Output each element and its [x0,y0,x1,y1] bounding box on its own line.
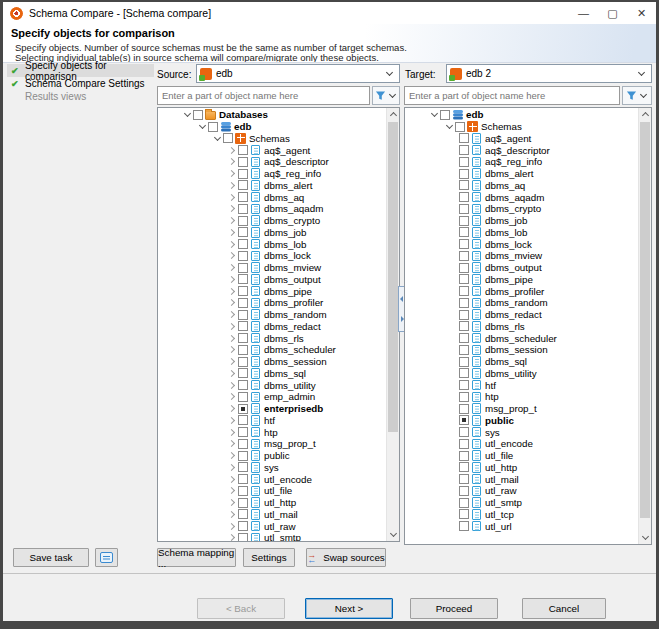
target-connection-select[interactable]: edb 2 [446,64,652,83]
wizard-step-specify-objects-for-comparison[interactable]: ✔Specify objects for comparison [7,64,154,77]
chevron-collapsed-icon[interactable] [227,356,238,367]
checkbox[interactable] [459,357,469,367]
chevron-collapsed-icon[interactable] [227,309,238,320]
tree-node-dbms_output[interactable]: dbms_output [158,274,386,286]
tree-node-edb[interactable]: edb [405,109,638,121]
chevron-collapsed-icon[interactable] [227,474,238,485]
checkbox[interactable] [459,474,469,484]
tree-node-dbms_random[interactable]: dbms_random [158,309,386,321]
checkbox[interactable] [193,110,203,120]
wizard-step-results-views[interactable]: ✔Results views [7,90,154,103]
checkbox[interactable] [459,251,469,261]
chevron-collapsed-icon[interactable] [227,239,238,250]
scroll-up-icon[interactable] [639,108,651,121]
checkbox[interactable] [238,145,248,155]
tree-node-sys[interactable]: sys [158,462,386,474]
tree-node-dbms_scheduler[interactable]: dbms_scheduler [158,344,386,356]
chevron-collapsed-icon[interactable] [227,415,238,426]
target-tree-scrollbar[interactable] [638,108,651,544]
checkbox[interactable] [459,133,469,143]
save-task-button[interactable]: Save task [13,548,89,567]
chevron-collapsed-icon[interactable] [227,168,238,179]
tree-node-Databases[interactable]: Databases [158,109,386,121]
chevron-collapsed-icon[interactable] [227,344,238,355]
tree-node-dbms_job[interactable]: dbms_job [158,227,386,239]
tree-node-aq$_agent[interactable]: aq$_agent [405,133,638,145]
source-filter-button[interactable] [372,86,400,105]
tree-node-emp_admin[interactable]: emp_admin [158,391,386,403]
tree-node-enterprisedb[interactable]: enterprisedb [158,403,386,415]
maximize-icon[interactable]: ▢ [598,2,627,24]
checkbox[interactable] [238,474,248,484]
checkbox[interactable] [238,427,248,437]
chevron-collapsed-icon[interactable] [227,215,238,226]
tree-node-dbms_alert[interactable]: dbms_alert [158,180,386,192]
checkbox[interactable] [238,486,248,496]
tree-node-dbms_crypto[interactable]: dbms_crypto [405,203,638,215]
tree-node-htp[interactable]: htp [405,391,638,403]
checkbox[interactable] [238,310,248,320]
tree-node-dbms_lob[interactable]: dbms_lob [158,238,386,250]
checkbox[interactable] [459,368,469,378]
checkbox[interactable] [440,110,450,120]
checkbox[interactable] [238,404,248,414]
checkbox[interactable] [459,286,469,296]
minimize-icon[interactable]: — [569,2,598,24]
scroll-down-icon[interactable] [639,531,651,544]
tree-node-dbms_pipe[interactable]: dbms_pipe [405,274,638,286]
settings-button[interactable]: Settings [243,548,295,567]
target-filter-button[interactable] [622,86,652,105]
proceed-button[interactable]: Proceed [410,598,498,619]
tree-node-utl_smtp[interactable]: utl_smtp [405,497,638,509]
tree-node-utl_raw[interactable]: utl_raw [405,485,638,497]
chevron-collapsed-icon[interactable] [227,427,238,438]
checkbox[interactable] [459,427,469,437]
checkbox[interactable] [459,310,469,320]
tree-node-utl_file[interactable]: utl_file [405,450,638,462]
checkbox[interactable] [238,357,248,367]
tree-node-dbms_pipe[interactable]: dbms_pipe [158,285,386,297]
chevron-collapsed-icon[interactable] [227,297,238,308]
tree-node-utl_raw[interactable]: utl_raw [158,520,386,532]
tree-node-dbms_job[interactable]: dbms_job [405,215,638,227]
checkbox[interactable] [459,521,469,531]
checkbox[interactable] [238,157,248,167]
tree-node-utl_file[interactable]: utl_file [158,485,386,497]
chevron-collapsed-icon[interactable] [227,333,238,344]
tree-node-dbms_lock[interactable]: dbms_lock [405,238,638,250]
tree-node-dbms_lob[interactable]: dbms_lob [405,227,638,239]
schema-mapping-button[interactable]: Schema mapping ... [157,548,236,567]
tree-node-dbms_output[interactable]: dbms_output [405,262,638,274]
chevron-collapsed-icon[interactable] [227,250,238,261]
tree-node-dbms_sql[interactable]: dbms_sql [158,368,386,380]
tree-node-dbms_session[interactable]: dbms_session [158,356,386,368]
checkbox[interactable] [238,251,248,261]
checkbox[interactable] [459,274,469,284]
tree-node-aq$_descriptor[interactable]: aq$_descriptor [405,144,638,156]
checkbox[interactable] [238,239,248,249]
tree-node-dbms_crypto[interactable]: dbms_crypto [158,215,386,227]
chevron-collapsed-icon[interactable] [227,438,238,449]
checkbox[interactable] [459,439,469,449]
checkbox[interactable] [459,380,469,390]
checkbox[interactable] [238,521,248,531]
tree-node-dbms_lock[interactable]: dbms_lock [158,250,386,262]
checkbox[interactable] [238,498,248,508]
tree-node-dbms_utility[interactable]: dbms_utility [405,368,638,380]
checkbox[interactable] [459,192,469,202]
checkbox[interactable] [459,157,469,167]
chevron-expanded-icon[interactable] [444,121,455,132]
source-connection-select[interactable]: edb [196,64,400,83]
chevron-collapsed-icon[interactable] [227,227,238,238]
tree-node-aq$_agent[interactable]: aq$_agent [158,144,386,156]
chevron-expanded-icon[interactable] [429,109,440,120]
source-filter-input[interactable] [157,86,370,105]
checkbox[interactable] [459,404,469,414]
chevron-collapsed-icon[interactable] [227,462,238,473]
chevron-collapsed-icon[interactable] [227,203,238,214]
tree-node-htf[interactable]: htf [158,415,386,427]
tree-node-aq$_reg_info[interactable]: aq$_reg_info [158,168,386,180]
checkbox[interactable] [459,204,469,214]
tree-node-msg_prop_t[interactable]: msg_prop_t [158,438,386,450]
checkbox[interactable] [238,169,248,179]
